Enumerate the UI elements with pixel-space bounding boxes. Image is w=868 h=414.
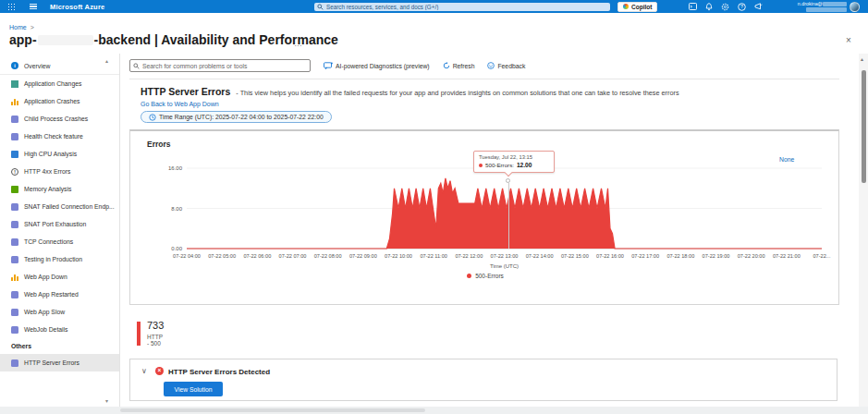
sidebar-item-snat-failed-connection-endp[interactable]: SNAT Failed Connection Endp...	[0, 198, 119, 215]
horizontal-scrollbar-thumb[interactable]	[120, 408, 425, 412]
scrollbar-up-icon[interactable]: ▴	[861, 55, 863, 62]
tile-icon	[11, 359, 18, 367]
sidebar-item-testing-in-production[interactable]: Testing in Production	[0, 250, 119, 268]
account-info[interactable]: n.drokina@	[773, 1, 847, 12]
time-range-pill[interactable]: Time Range (UTC): 2025-07-22 04:00 to 20…	[141, 111, 332, 123]
sidebar-item-child-process-crashes[interactable]: Child Process Crashes	[0, 110, 119, 128]
svg-text:07-22 21:00: 07-22 21:00	[773, 253, 801, 259]
view-solution-button[interactable]: View Solution	[164, 382, 223, 396]
page-title-redacted	[38, 35, 93, 45]
svg-text:07-22 20:00: 07-22 20:00	[738, 253, 765, 259]
legend-dot-icon	[467, 274, 471, 278]
page-title-prefix: app-	[9, 32, 37, 47]
svg-text:07-22 08:00: 07-22 08:00	[314, 253, 342, 259]
brand-title: Microsoft Azure	[50, 3, 104, 11]
svg-text:07-22 11:00: 07-22 11:00	[420, 253, 446, 259]
account-email: n.drokina@	[798, 1, 823, 6]
refresh-button[interactable]: Refresh	[443, 62, 475, 69]
sidebar-section-label: Others	[0, 338, 119, 354]
menu-icon[interactable]	[30, 4, 37, 9]
insight-card: ∨ × HTTP Server Errors Detected View Sol…	[129, 359, 837, 401]
sidebar-item-memory-analysis[interactable]: Memory Analysis	[0, 180, 119, 198]
sidebar-item-http-server-errors[interactable]: HTTP Server Errors	[0, 354, 119, 371]
sidebar-item-snat-port-exhaustion[interactable]: SNAT Port Exhaustion	[0, 215, 119, 233]
cloud-shell-icon[interactable]	[689, 3, 697, 10]
svg-text:16.00: 16.00	[168, 165, 183, 171]
copilot-label: Copilot	[631, 4, 652, 10]
sidebar-item-application-changes[interactable]: Application Changes	[0, 75, 119, 92]
sidebar-item-overview[interactable]: iOverview	[0, 57, 119, 75]
feedback-megaphone-icon[interactable]	[754, 3, 763, 10]
more-options-icon[interactable]: …	[294, 39, 303, 48]
sidebar-scroll-down-icon[interactable]: ▾	[105, 397, 108, 404]
sidebar-item-web-app-down[interactable]: Web App Down	[0, 268, 119, 286]
clock-icon	[149, 114, 156, 121]
refresh-icon	[443, 62, 450, 69]
ai-diagnostics-button[interactable]: AI-powered Diagnostics (preview)	[324, 62, 430, 69]
svg-text:07-22 04:00: 07-22 04:00	[173, 253, 201, 259]
tile-icon	[11, 221, 18, 228]
sidebar-item-application-crashes[interactable]: Application Crashes	[0, 92, 119, 110]
tile-icon	[11, 203, 18, 211]
detector-heading-row: HTTP Server Errors - This view helps you…	[141, 86, 834, 97]
breadcrumb-home-link[interactable]: Home	[9, 24, 27, 30]
error-circle-icon: ×	[155, 367, 164, 375]
copilot-button[interactable]: Copilot	[617, 2, 657, 12]
svg-text:07-22 05:00: 07-22 05:00	[208, 253, 236, 259]
problem-search[interactable]	[129, 59, 311, 72]
global-search-input[interactable]	[326, 4, 585, 10]
detector-heading-sep: -	[236, 89, 238, 97]
tooltip-value: 12.00	[517, 162, 532, 168]
feedback-label: Feedback	[497, 63, 525, 69]
tile-icon	[11, 238, 18, 246]
chart-tooltip: Tuesday, Jul 22, 13:15 500-Errors: 12.00	[473, 151, 555, 173]
close-icon[interactable]: ×	[846, 35, 851, 45]
account-tenant-redacted	[806, 7, 847, 12]
sidebar-item-label: WebJob Details	[24, 326, 67, 333]
search-icon	[317, 4, 324, 10]
feedback-button[interactable]: Feedback	[487, 62, 525, 69]
go-back-link[interactable]: Go Back to Web App Down	[141, 101, 219, 107]
settings-gear-icon[interactable]	[721, 3, 729, 11]
sidebar-item-web-app-restarted[interactable]: Web App Restarted	[0, 286, 119, 303]
sidebar-item-label: Child Process Crashes	[24, 116, 88, 122]
svg-text:07-22 09:00: 07-22 09:00	[349, 253, 377, 259]
help-icon[interactable]: ?	[738, 3, 746, 11]
sidebar-item-web-app-slow[interactable]: Web App Slow	[0, 303, 119, 321]
stat-color-bar	[137, 322, 141, 346]
chevron-down-icon[interactable]: ∨	[141, 367, 147, 375]
sidebar-item-label: Web App Down	[24, 274, 67, 280]
vertical-scrollbar-thumb[interactable]	[862, 70, 866, 183]
notifications-bell-icon[interactable]	[705, 3, 713, 11]
ai-diagnostics-icon	[324, 62, 333, 69]
sidebar-list: iOverviewApplication ChangesApplication …	[0, 57, 119, 371]
legend-label: 500-Errors	[475, 273, 504, 279]
sidebar-item-http-4xx-errors[interactable]: !HTTP 4xx Errors	[0, 163, 119, 180]
problem-search-input[interactable]	[142, 63, 300, 69]
apps-grid-icon[interactable]	[7, 3, 15, 10]
svg-text:07-22 15:00: 07-22 15:00	[561, 253, 589, 259]
sidebar-item-webjob-details[interactable]: WebJob Details	[0, 321, 119, 338]
tile-icon	[11, 116, 18, 123]
sidebar-item-tcp-connections[interactable]: TCP Connections	[0, 233, 119, 250]
sidebar-item-label: SNAT Failed Connection Endp...	[24, 203, 115, 210]
errors-chart-svg: 0.008.0016.0007-22 04:0007-22 05:0007-22…	[145, 159, 831, 272]
sidebar-item-label: Web App Slow	[24, 309, 65, 315]
tile-icon	[11, 291, 18, 298]
avatar[interactable]	[850, 2, 860, 12]
svg-text:07-22 13:00: 07-22 13:00	[491, 253, 519, 259]
svg-text:0.00: 0.00	[171, 246, 182, 251]
global-search[interactable]	[314, 3, 610, 12]
monitor-icon	[11, 151, 18, 158]
svg-text:07-22 18:00: 07-22 18:00	[666, 253, 694, 259]
search-icon	[133, 63, 140, 69]
sidebar-item-label: High CPU Analysis	[24, 151, 77, 157]
svg-text:07-22 06:00: 07-22 06:00	[243, 253, 271, 259]
insight-title: HTTP Server Errors Detected	[168, 368, 270, 376]
sidebar-item-high-cpu-analysis[interactable]: High CPU Analysis	[0, 145, 119, 163]
person-icon	[11, 80, 18, 88]
errors-chart-card: Errors None 0.008.0016.0007-22 04:0007-2…	[129, 129, 839, 305]
sidebar-item-label: Testing in Production	[24, 256, 82, 262]
sidebar-divider	[119, 54, 120, 407]
sidebar-item-health-check-feature[interactable]: Health Check feature	[0, 128, 119, 145]
